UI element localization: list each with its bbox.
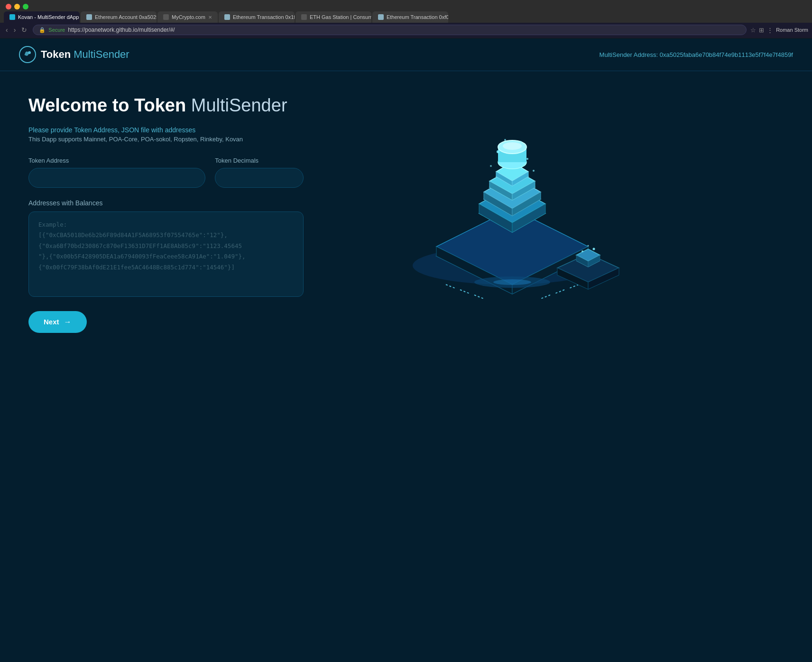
back-button[interactable]: ‹	[4, 25, 10, 35]
nav-buttons: ‹ › ↻	[4, 25, 29, 35]
tab-favicon	[301, 14, 307, 20]
logo-light: MultiSender	[74, 48, 129, 60]
tab-label: Kovan - MultiSender dApp	[18, 14, 79, 20]
description-highlight: Please provide Token Address, JSON file …	[28, 126, 304, 134]
token-address-label: Token Address	[28, 157, 205, 164]
tab-label: Ethereum Transaction 0x1f6e...	[233, 14, 295, 20]
tab-favicon	[378, 14, 384, 20]
svg-point-1	[28, 51, 31, 54]
tab-close-icon[interactable]: ✕	[208, 15, 212, 20]
addresses-label: Addresses with Balances	[28, 199, 304, 207]
form-row: Token Address Token Decimals	[28, 157, 304, 188]
logo-area: Token MultiSender	[19, 46, 129, 63]
token-decimals-input[interactable]	[215, 168, 304, 188]
user-label: Roman Storm	[776, 27, 808, 33]
secure-label: Secure	[48, 27, 65, 33]
addresses-section: Addresses with Balances Example: [{"0xCB…	[28, 199, 304, 297]
main-content: Welcome to Token MultiSender Please prov…	[0, 71, 664, 357]
tab-favicon	[86, 14, 92, 20]
svg-line-7	[446, 285, 455, 288]
svg-point-48	[593, 248, 595, 250]
svg-point-38	[533, 170, 535, 172]
tab-label: Ethereum Transaction 0xf091...	[387, 14, 448, 20]
svg-line-10	[569, 285, 579, 288]
tab-gas-station[interactable]: ETH Gas Station | Consumer... ✕	[295, 11, 371, 23]
tab-kovan-multisender[interactable]: Kovan - MultiSender dApp ✕	[4, 11, 80, 23]
address-bar-actions: ☆ ⊞ ⋮ Roman Storm	[750, 27, 808, 34]
svg-point-34	[526, 158, 528, 160]
secure-lock-icon: 🔒	[39, 27, 46, 33]
svg-line-9	[474, 295, 484, 299]
svg-point-49	[588, 245, 589, 247]
svg-line-11	[555, 290, 564, 294]
token-decimals-label: Token Decimals	[215, 157, 304, 164]
logo-icon	[19, 46, 36, 63]
browser-chrome: Kovan - MultiSender dApp ✕ Ethereum Acco…	[0, 0, 812, 38]
close-button[interactable]	[6, 4, 11, 9]
extensions-icon[interactable]: ⊞	[759, 27, 764, 34]
svg-point-35	[504, 139, 506, 141]
next-button-label: Next	[44, 318, 59, 326]
address-bar[interactable]: 🔒 Secure https://poanetwork.github.io/mu…	[33, 25, 747, 35]
svg-point-52	[493, 279, 531, 285]
title-bold: Welcome to Token	[28, 95, 186, 115]
star-icon[interactable]: ☆	[750, 27, 756, 34]
reload-button[interactable]: ↻	[19, 25, 29, 35]
tab-ethereum-account[interactable]: Ethereum Account 0xa5025f... ✕	[81, 11, 157, 23]
logo-bold: Token	[41, 48, 71, 60]
addresses-placeholder: Example: [{"0xCBA5018De6b2b6F89d84A1F5A6…	[38, 220, 294, 273]
left-panel: Welcome to Token MultiSender Please prov…	[28, 95, 304, 333]
illustration	[389, 104, 626, 303]
svg-point-32	[503, 142, 522, 150]
svg-point-47	[581, 250, 583, 252]
tab-mycrypto[interactable]: MyCrypto.com ✕	[157, 11, 218, 23]
tabs-bar: Kovan - MultiSender dApp ✕ Ethereum Acco…	[0, 11, 812, 23]
svg-line-12	[541, 295, 550, 299]
form-section: Token Address Token Decimals	[28, 157, 304, 188]
tab-label: MyCrypto.com	[172, 14, 205, 20]
maximize-button[interactable]	[23, 4, 28, 9]
token-decimals-group: Token Decimals	[215, 157, 304, 188]
address-bar-row: ‹ › ↻ 🔒 Secure https://poanetwork.github…	[0, 23, 812, 38]
right-panel	[379, 95, 636, 303]
token-address-group: Token Address	[28, 157, 205, 188]
title-light: MultiSender	[191, 95, 287, 115]
tab-eth-tx-2[interactable]: Ethereum Transaction 0xf091... ✕	[372, 11, 448, 23]
svg-point-33	[497, 150, 499, 153]
logo-text: Token MultiSender	[41, 48, 129, 61]
page-title: Welcome to Token MultiSender	[28, 95, 304, 117]
description: Please provide Token Address, JSON file …	[28, 126, 304, 143]
menu-icon[interactable]: ⋮	[767, 27, 773, 34]
svg-line-8	[460, 290, 470, 294]
tab-label: Ethereum Account 0xa5025f...	[95, 14, 157, 20]
tower-illustration	[389, 104, 626, 303]
next-button[interactable]: Next →	[28, 311, 87, 333]
tab-label: ETH Gas Station | Consumer...	[310, 14, 371, 20]
svg-point-36	[520, 141, 522, 144]
traffic-lights	[0, 0, 812, 11]
tab-favicon	[224, 14, 230, 20]
addresses-textarea-wrapper[interactable]: Example: [{"0xCBA5018De6b2b6F89d84A1F5A6…	[28, 211, 304, 297]
minimize-button[interactable]	[14, 4, 20, 9]
forward-button[interactable]: ›	[12, 25, 18, 35]
tab-eth-tx-1[interactable]: Ethereum Transaction 0x1f6e... ✕	[219, 11, 295, 23]
url-text: https://poanetwork.github.io/multisender…	[68, 27, 175, 33]
token-address-input[interactable]	[28, 168, 205, 188]
tab-favicon	[163, 14, 169, 20]
tab-favicon	[9, 14, 15, 20]
description-sub: This Dapp supports Mainnet, POA-Core, PO…	[28, 136, 304, 143]
svg-point-37	[490, 165, 492, 167]
app-header: Token MultiSender MultiSender Address: 0…	[0, 38, 812, 71]
next-arrow-icon: →	[64, 318, 72, 326]
multisender-address-value: 0xa5025faba6e70b84f74e9b1113e5f7f4e7f485…	[660, 51, 793, 58]
multisender-address: MultiSender Address: 0xa5025faba6e70b84f…	[600, 51, 793, 58]
multisender-address-label: MultiSender Address:	[600, 51, 658, 58]
